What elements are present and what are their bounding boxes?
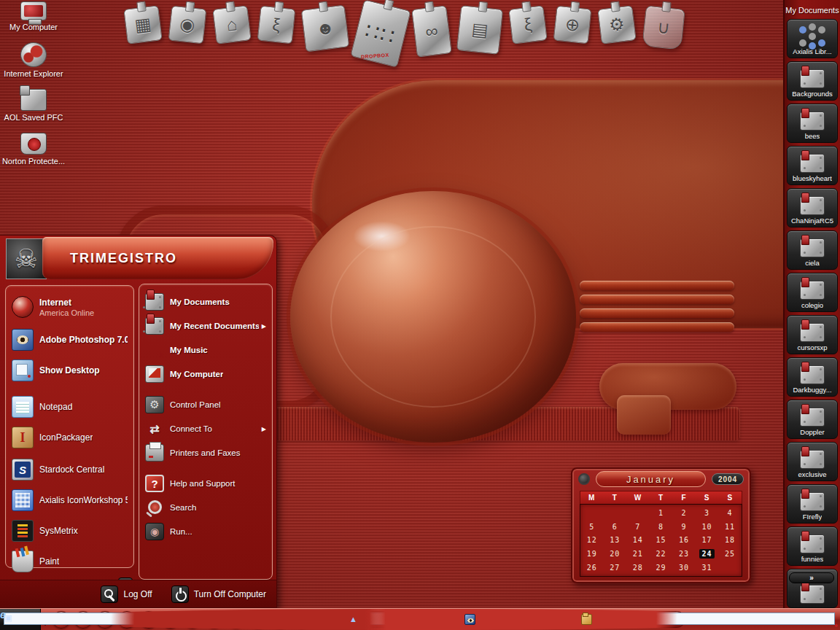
calendar-day-cell[interactable]: [580, 508, 604, 518]
calendar-day-number: 22: [656, 550, 666, 558]
sidebar-folder-tile[interactable]: bees: [787, 104, 838, 143]
start-menu-item[interactable]: Run...: [141, 520, 271, 543]
dock-icon[interactable]: [301, 5, 350, 52]
start-menu-item[interactable]: Search: [141, 496, 271, 519]
desktop-icon[interactable]: Internet Explorer: [0, 42, 67, 79]
dock-icon-label: [129, 31, 160, 45]
calendar-day-cell[interactable]: 24: [696, 548, 719, 559]
calendar-day-cell[interactable]: 2: [672, 508, 696, 518]
turn-off-label: Turn Off Computer: [194, 589, 266, 599]
calendar-day-cell[interactable]: [718, 562, 742, 573]
start-menu-item[interactable]: Show Desktop: [7, 356, 132, 385]
calendar-day-cell[interactable]: 16: [672, 534, 696, 545]
calendar-day-cell[interactable]: 18: [718, 534, 742, 545]
calendar-day-cell[interactable]: 22: [650, 548, 673, 559]
start-menu-item[interactable]: Axialis IconWorkshop 5.0: [7, 486, 132, 515]
start-menu-item[interactable]: SysMetrix: [7, 516, 132, 545]
log-off-button[interactable]: Log Off: [101, 586, 152, 603]
calendar-day-cell[interactable]: 10: [696, 521, 719, 532]
calendar-day-cell[interactable]: 23: [672, 548, 696, 559]
desktop-icon-label: AOL Saved PFC: [4, 113, 63, 122]
sidebar-folder-tile[interactable]: Axialis Libr...: [787, 19, 838, 58]
dock-icon[interactable]: [257, 6, 296, 44]
start-menu-item[interactable]: My Recent Documents: [141, 314, 271, 338]
calendar-year-button[interactable]: 2004: [712, 473, 744, 485]
calendar-day-cell[interactable]: [626, 508, 650, 518]
dock-icon[interactable]: DROPBOX: [350, 0, 411, 68]
calendar-day-cell[interactable]: 15: [650, 534, 673, 545]
folder-icon: [800, 281, 825, 300]
desktop-icon[interactable]: My Computer: [0, 1, 67, 32]
dock-icon-label: DROPBOX: [351, 52, 398, 60]
start-menu-item[interactable]: Stardock Central: [7, 455, 132, 484]
calendar-day-cell[interactable]: 19: [580, 548, 604, 559]
turn-off-computer-button[interactable]: Turn Off Computer: [171, 586, 266, 603]
sidebar-folder-tile[interactable]: Darkbuggy...: [787, 357, 838, 397]
start-menu-item[interactable]: Notepad: [7, 392, 132, 421]
calendar-day-cell[interactable]: 13: [604, 534, 627, 545]
desktop-icon[interactable]: AOL Saved PFC: [0, 89, 67, 122]
calendar-day-cell[interactable]: 21: [626, 548, 650, 559]
sidebar-folder-tile[interactable]: FIrefly: [787, 484, 838, 524]
start-menu-item[interactable]: Paint: [7, 547, 132, 576]
calendar-day-cell[interactable]: 27: [604, 562, 627, 573]
start-menu-item[interactable]: My Music: [141, 338, 271, 362]
start-menu-item[interactable]: My Computer: [141, 362, 271, 386]
dock-icon[interactable]: [456, 5, 503, 55]
calendar-day-cell[interactable]: 3: [696, 508, 719, 518]
sidebar-folder-tile[interactable]: cursorsxp: [787, 315, 838, 354]
start-menu-item[interactable]: IconPackager: [7, 423, 132, 452]
calendar-day-cell[interactable]: 26: [580, 562, 604, 573]
calendar-day-cell[interactable]: 7: [626, 521, 650, 532]
calendar-month-label[interactable]: January: [596, 471, 706, 487]
start-menu-item[interactable]: Printers and Faxes: [141, 441, 271, 464]
dock-icon[interactable]: [553, 6, 592, 44]
calendar-day-cell[interactable]: 31: [696, 562, 719, 573]
calendar-day-cell[interactable]: 17: [696, 534, 719, 545]
calendar-day-cell[interactable]: 25: [718, 548, 742, 559]
user-avatar[interactable]: ☠: [6, 238, 47, 279]
dock-icon[interactable]: [123, 5, 162, 44]
start-menu-item[interactable]: My Documents: [141, 290, 271, 314]
sidebar-folder-tile[interactable]: funnies: [787, 526, 838, 566]
quick-launch-button[interactable]: [96, 611, 114, 629]
dock-icon[interactable]: [168, 6, 207, 44]
calendar-day-cell[interactable]: 8: [650, 521, 673, 532]
start-menu-item[interactable]: Help and Support: [141, 472, 271, 495]
calendar-day-cell[interactable]: 20: [604, 548, 627, 559]
sidebar-folder-tile[interactable]: blueskyheart: [787, 146, 838, 185]
sidebar-more-button[interactable]: »: [789, 572, 834, 583]
sidebar-folder-tile[interactable]: colegio: [787, 273, 838, 312]
start-menu-item[interactable]: Connect To: [141, 417, 271, 440]
calendar-day-cell[interactable]: 1: [650, 508, 673, 518]
sidebar-folder-tile[interactable]: Doppler: [787, 400, 838, 439]
calendar-day-cell[interactable]: 11: [718, 521, 742, 532]
sidebar-folder-tile[interactable]: ChaNinjaRC5: [787, 188, 838, 228]
dock-icon[interactable]: [642, 5, 685, 50]
sidebar-folder-tile[interactable]: ciela: [787, 230, 838, 270]
calendar-day-number: 4: [728, 509, 733, 517]
start-menu-item[interactable]: Internet America Online: [7, 290, 132, 324]
calendar-menu-button[interactable]: [578, 473, 590, 485]
calendar-day-cell[interactable]: 30: [672, 562, 696, 573]
dock-icon[interactable]: [411, 5, 452, 57]
dock-icon[interactable]: [508, 5, 547, 44]
start-menu-item[interactable]: Adobe Photoshop 7.0: [7, 325, 132, 354]
sidebar-folder-tile[interactable]: Backgrounds: [787, 61, 838, 101]
calendar-day-cell[interactable]: 29: [650, 562, 673, 573]
calendar-day-cell[interactable]: 9: [672, 521, 696, 532]
calendar-day-cell[interactable]: [604, 508, 627, 518]
sidebar-folder-tile[interactable]: exclusive: [787, 442, 838, 481]
calendar-day-cell[interactable]: 14: [626, 534, 650, 545]
start-menu-item[interactable]: Control Panel: [141, 393, 271, 416]
dock-icon[interactable]: [212, 5, 251, 44]
desktop-icon[interactable]: Norton Protecte...: [0, 133, 67, 166]
calendar-day-cell[interactable]: 6: [604, 521, 627, 532]
calendar-day-cell[interactable]: 5: [580, 521, 604, 532]
calendar-day-cell[interactable]: 12: [580, 534, 604, 545]
dock-icon[interactable]: [597, 5, 636, 44]
sidebar-folder-label: Darkbuggy...: [793, 386, 831, 394]
calendar-day-cell[interactable]: 4: [718, 508, 742, 518]
calendar-day-number: 1: [658, 509, 664, 517]
calendar-day-cell[interactable]: 28: [626, 562, 650, 573]
